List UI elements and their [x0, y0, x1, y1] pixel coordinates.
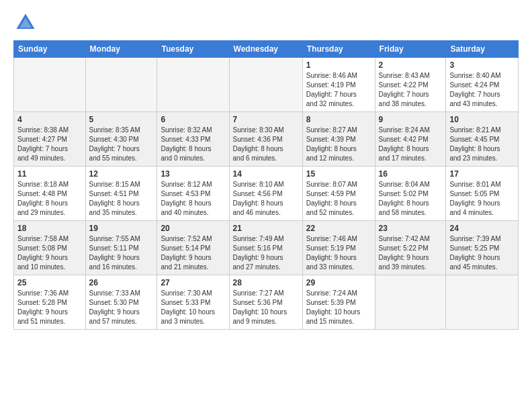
- table-row: 18Sunrise: 7:58 AM Sunset: 5:08 PM Dayli…: [14, 221, 86, 275]
- day-number: 18: [17, 224, 82, 233]
- table-row: 25Sunrise: 7:36 AM Sunset: 5:28 PM Dayli…: [14, 275, 86, 330]
- table-row: 2Sunrise: 8:43 AM Sunset: 4:22 PM Daylig…: [375, 58, 446, 112]
- day-number: 23: [379, 224, 443, 233]
- table-row: 23Sunrise: 7:42 AM Sunset: 5:22 PM Dayli…: [375, 221, 446, 275]
- day-info: Sunrise: 8:12 AM Sunset: 4:53 PM Dayligh…: [161, 180, 225, 218]
- day-info: Sunrise: 7:30 AM Sunset: 5:33 PM Dayligh…: [161, 289, 225, 326]
- day-info: Sunrise: 7:55 AM Sunset: 5:11 PM Dayligh…: [89, 234, 154, 272]
- table-row: 4Sunrise: 8:38 AM Sunset: 4:27 PM Daylig…: [14, 112, 86, 167]
- day-info: Sunrise: 8:07 AM Sunset: 4:59 PM Dayligh…: [306, 180, 371, 218]
- table-row: 19Sunrise: 7:55 AM Sunset: 5:11 PM Dayli…: [85, 221, 157, 275]
- day-info: Sunrise: 7:33 AM Sunset: 5:30 PM Dayligh…: [89, 289, 154, 326]
- table-row: 26Sunrise: 7:33 AM Sunset: 5:30 PM Dayli…: [85, 275, 157, 330]
- day-number: 13: [161, 169, 225, 179]
- calendar-week-row: 11Sunrise: 8:18 AM Sunset: 4:48 PM Dayli…: [14, 167, 519, 221]
- day-info: Sunrise: 7:27 AM Sunset: 5:36 PM Dayligh…: [233, 289, 299, 326]
- table-row: 21Sunrise: 7:49 AM Sunset: 5:16 PM Dayli…: [229, 221, 302, 275]
- day-number: 25: [17, 278, 82, 287]
- table-row: 27Sunrise: 7:30 AM Sunset: 5:33 PM Dayli…: [157, 275, 229, 330]
- table-row: 6Sunrise: 8:32 AM Sunset: 4:33 PM Daylig…: [157, 112, 229, 167]
- day-info: Sunrise: 8:10 AM Sunset: 4:56 PM Dayligh…: [233, 180, 299, 218]
- table-row: [375, 275, 446, 330]
- day-info: Sunrise: 7:58 AM Sunset: 5:08 PM Dayligh…: [17, 234, 82, 272]
- day-number: 11: [17, 169, 82, 179]
- table-row: 15Sunrise: 8:07 AM Sunset: 4:59 PM Dayli…: [302, 167, 375, 221]
- table-row: [85, 58, 157, 112]
- table-row: 28Sunrise: 7:27 AM Sunset: 5:36 PM Dayli…: [229, 275, 302, 330]
- day-info: Sunrise: 8:04 AM Sunset: 5:02 PM Dayligh…: [379, 180, 443, 218]
- day-info: Sunrise: 8:27 AM Sunset: 4:39 PM Dayligh…: [306, 126, 371, 163]
- col-friday: Friday: [375, 41, 446, 58]
- day-number: 28: [233, 278, 299, 287]
- day-info: Sunrise: 8:15 AM Sunset: 4:51 PM Dayligh…: [89, 180, 154, 218]
- day-info: Sunrise: 7:49 AM Sunset: 5:16 PM Dayligh…: [233, 234, 299, 272]
- col-tuesday: Tuesday: [157, 41, 229, 58]
- day-number: 22: [306, 224, 371, 233]
- table-row: 5Sunrise: 8:35 AM Sunset: 4:30 PM Daylig…: [85, 112, 157, 167]
- day-number: 14: [233, 169, 299, 179]
- col-sunday: Sunday: [14, 41, 86, 58]
- table-row: 11Sunrise: 8:18 AM Sunset: 4:48 PM Dayli…: [14, 167, 86, 221]
- day-number: 4: [17, 115, 82, 124]
- header: [13, 11, 519, 35]
- day-info: Sunrise: 8:32 AM Sunset: 4:33 PM Dayligh…: [161, 126, 225, 163]
- calendar-week-row: 4Sunrise: 8:38 AM Sunset: 4:27 PM Daylig…: [14, 112, 519, 167]
- calendar-week-row: 25Sunrise: 7:36 AM Sunset: 5:28 PM Dayli…: [14, 275, 519, 330]
- table-row: 20Sunrise: 7:52 AM Sunset: 5:14 PM Dayli…: [157, 221, 229, 275]
- day-info: Sunrise: 8:35 AM Sunset: 4:30 PM Dayligh…: [89, 126, 154, 163]
- day-number: 8: [306, 115, 371, 124]
- table-row: 13Sunrise: 8:12 AM Sunset: 4:53 PM Dayli…: [157, 167, 229, 221]
- table-row: 1Sunrise: 8:46 AM Sunset: 4:19 PM Daylig…: [302, 58, 375, 112]
- day-info: Sunrise: 8:40 AM Sunset: 4:24 PM Dayligh…: [449, 71, 515, 109]
- table-row: [14, 58, 86, 112]
- day-info: Sunrise: 7:42 AM Sunset: 5:22 PM Dayligh…: [379, 234, 443, 272]
- day-number: 24: [449, 224, 515, 233]
- table-row: [229, 58, 302, 112]
- table-row: 14Sunrise: 8:10 AM Sunset: 4:56 PM Dayli…: [229, 167, 302, 221]
- day-number: 26: [89, 278, 154, 287]
- day-info: Sunrise: 8:46 AM Sunset: 4:19 PM Dayligh…: [306, 71, 371, 109]
- day-number: 21: [233, 224, 299, 233]
- day-number: 7: [233, 115, 299, 124]
- day-info: Sunrise: 8:30 AM Sunset: 4:36 PM Dayligh…: [233, 126, 299, 163]
- day-number: 15: [306, 169, 371, 179]
- col-monday: Monday: [85, 41, 157, 58]
- day-number: 17: [449, 169, 515, 179]
- day-info: Sunrise: 7:52 AM Sunset: 5:14 PM Dayligh…: [161, 234, 225, 272]
- day-number: 12: [89, 169, 154, 179]
- table-row: 7Sunrise: 8:30 AM Sunset: 4:36 PM Daylig…: [229, 112, 302, 167]
- day-info: Sunrise: 7:36 AM Sunset: 5:28 PM Dayligh…: [17, 289, 82, 326]
- day-info: Sunrise: 8:43 AM Sunset: 4:22 PM Dayligh…: [379, 71, 443, 109]
- day-number: 2: [379, 60, 443, 70]
- col-saturday: Saturday: [446, 41, 519, 58]
- day-info: Sunrise: 8:21 AM Sunset: 4:45 PM Dayligh…: [449, 126, 515, 163]
- table-row: 3Sunrise: 8:40 AM Sunset: 4:24 PM Daylig…: [446, 58, 519, 112]
- table-row: 16Sunrise: 8:04 AM Sunset: 5:02 PM Dayli…: [375, 167, 446, 221]
- table-row: 12Sunrise: 8:15 AM Sunset: 4:51 PM Dayli…: [85, 167, 157, 221]
- table-row: 24Sunrise: 7:39 AM Sunset: 5:25 PM Dayli…: [446, 221, 519, 275]
- page: Sunday Monday Tuesday Wednesday Thursday…: [0, 0, 532, 336]
- calendar-table: Sunday Monday Tuesday Wednesday Thursday…: [13, 40, 519, 330]
- day-info: Sunrise: 7:24 AM Sunset: 5:39 PM Dayligh…: [306, 289, 371, 326]
- table-row: 10Sunrise: 8:21 AM Sunset: 4:45 PM Dayli…: [446, 112, 519, 167]
- day-info: Sunrise: 8:01 AM Sunset: 5:05 PM Dayligh…: [449, 180, 515, 218]
- day-number: 29: [306, 278, 371, 287]
- table-row: [157, 58, 229, 112]
- day-number: 6: [161, 115, 225, 124]
- table-row: 17Sunrise: 8:01 AM Sunset: 5:05 PM Dayli…: [446, 167, 519, 221]
- table-row: 22Sunrise: 7:46 AM Sunset: 5:19 PM Dayli…: [302, 221, 375, 275]
- day-number: 9: [379, 115, 443, 124]
- day-info: Sunrise: 8:38 AM Sunset: 4:27 PM Dayligh…: [17, 126, 82, 163]
- day-number: 10: [449, 115, 515, 124]
- col-wednesday: Wednesday: [229, 41, 302, 58]
- table-row: 9Sunrise: 8:24 AM Sunset: 4:42 PM Daylig…: [375, 112, 446, 167]
- day-info: Sunrise: 7:39 AM Sunset: 5:25 PM Dayligh…: [449, 234, 515, 272]
- calendar-week-row: 1Sunrise: 8:46 AM Sunset: 4:19 PM Daylig…: [14, 58, 519, 112]
- col-thursday: Thursday: [302, 41, 375, 58]
- day-info: Sunrise: 8:24 AM Sunset: 4:42 PM Dayligh…: [379, 126, 443, 163]
- table-row: [446, 275, 519, 330]
- calendar-header-row: Sunday Monday Tuesday Wednesday Thursday…: [14, 41, 519, 58]
- day-number: 1: [306, 60, 371, 70]
- logo: [13, 11, 40, 35]
- table-row: 8Sunrise: 8:27 AM Sunset: 4:39 PM Daylig…: [302, 112, 375, 167]
